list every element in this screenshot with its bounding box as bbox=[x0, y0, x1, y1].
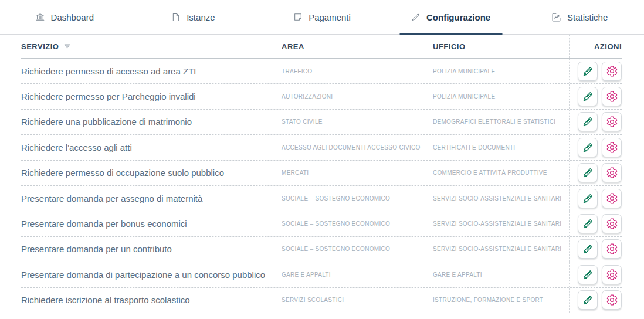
ufficio-value: GARE E APPALTI bbox=[433, 272, 569, 278]
row-actions bbox=[569, 211, 622, 236]
edit-button[interactable] bbox=[578, 87, 598, 106]
edit-button[interactable] bbox=[578, 112, 598, 131]
row-actions bbox=[569, 110, 622, 134]
table-header: SERVIZIO AREA UFFICIO AZIONI bbox=[21, 35, 622, 59]
area-value: MERCATI bbox=[282, 169, 433, 176]
bank-icon bbox=[35, 12, 45, 22]
pencil-icon bbox=[582, 116, 594, 128]
table-row: Richiedere permesso di accesso ad area Z… bbox=[21, 59, 622, 84]
table-row: Presentare domanda per bonus economici S… bbox=[21, 211, 622, 236]
header-servizio-label: SERVIZIO bbox=[21, 42, 59, 51]
edit-button[interactable] bbox=[578, 62, 598, 81]
header-ufficio: UFFICIO bbox=[433, 42, 569, 51]
service-name: Richiedere l'accesso agli atti bbox=[21, 142, 282, 152]
top-navigation: Dashboard Istanze Pagamenti Configurazio… bbox=[0, 0, 644, 35]
ufficio-value: DEMOGRAFICI ELETTORALI E STATISTICI bbox=[433, 118, 569, 125]
edit-button[interactable] bbox=[578, 265, 598, 284]
table-row: Richiedere permesso per Parcheggio inval… bbox=[21, 84, 622, 109]
tab-label: Pagamenti bbox=[309, 12, 351, 22]
pencil-icon bbox=[582, 218, 594, 230]
settings-button[interactable] bbox=[602, 290, 622, 310]
tab-label: Statistiche bbox=[567, 12, 608, 22]
pencil-icon bbox=[582, 65, 594, 77]
table-row: Presentare domanda per assegno di matern… bbox=[21, 186, 622, 211]
pencil-icon bbox=[582, 294, 594, 306]
gear-icon bbox=[606, 167, 618, 179]
active-tab-underline bbox=[399, 33, 502, 35]
tab-label: Istanze bbox=[187, 12, 215, 22]
service-name: Richiedere iscrizione al trasporto scola… bbox=[21, 295, 282, 305]
header-azioni: AZIONI bbox=[569, 35, 622, 58]
area-value: SOCIALE – SOSTEGNO ECONOMICO bbox=[282, 220, 433, 227]
tab-label: Dashboard bbox=[51, 12, 94, 22]
row-actions bbox=[569, 237, 622, 262]
chart-icon bbox=[551, 12, 561, 22]
settings-button[interactable] bbox=[602, 112, 622, 131]
table-row: Richiedere una pubblicazione di matrimon… bbox=[21, 110, 622, 135]
gear-icon bbox=[606, 243, 618, 255]
pencil-icon bbox=[582, 167, 594, 179]
row-actions bbox=[569, 59, 622, 83]
header-area: AREA bbox=[282, 42, 433, 51]
area-value: TRAFFICO bbox=[282, 68, 433, 74]
table-row: Richiedere l'accesso agli atti ACCESSO A… bbox=[21, 135, 622, 160]
service-name: Richiedere permesso di accesso ad area Z… bbox=[21, 66, 282, 76]
area-value: SERVIZI SCOLASTICI bbox=[282, 297, 433, 303]
tab-pagamenti[interactable]: Pagamenti bbox=[257, 0, 387, 34]
service-name: Presentare domanda per assegno di matern… bbox=[21, 194, 282, 203]
row-actions bbox=[569, 161, 622, 185]
services-table: SERVIZIO AREA UFFICIO AZIONI Richiedere … bbox=[0, 35, 644, 313]
settings-button[interactable] bbox=[602, 62, 622, 81]
table-row: Presentare domanda di partecipazione a u… bbox=[21, 262, 622, 287]
ufficio-value: SERVIZI SOCIO-ASSISTENZIALI E SANITARI bbox=[433, 195, 569, 202]
pen-icon bbox=[411, 12, 421, 22]
edit-button[interactable] bbox=[578, 214, 598, 233]
table-row: Richiedere iscrizione al trasporto scola… bbox=[21, 288, 622, 313]
service-name: Presentare domanda per un contributo bbox=[21, 244, 282, 254]
gear-icon bbox=[606, 218, 618, 230]
row-actions bbox=[569, 84, 622, 108]
edit-button[interactable] bbox=[578, 138, 598, 157]
ufficio-value: POLIZIA MUNICIPALE bbox=[433, 93, 569, 100]
settings-button[interactable] bbox=[602, 189, 622, 208]
edit-button[interactable] bbox=[578, 163, 598, 182]
service-name: Richiedere permesso per Parcheggio inval… bbox=[21, 91, 282, 101]
table-row: Richiedere permesso di occupazione suolo… bbox=[21, 161, 622, 186]
table-body: Richiedere permesso di accesso ad area Z… bbox=[21, 59, 622, 313]
edit-button[interactable] bbox=[578, 189, 598, 208]
ufficio-value: ISTRUZIONE, FORMAZIONE E SPORT bbox=[433, 297, 569, 303]
service-name: Richiedere una pubblicazione di matrimon… bbox=[21, 117, 282, 127]
settings-button[interactable] bbox=[602, 87, 622, 106]
gear-icon bbox=[606, 65, 618, 77]
area-value: AUTORIZZAZIONI bbox=[282, 93, 433, 100]
tab-statistiche[interactable]: Statistiche bbox=[515, 0, 644, 34]
settings-button[interactable] bbox=[602, 265, 622, 284]
area-value: ACCESSO AGLI DOCUMENTI ACCESSO CIVICO bbox=[282, 144, 433, 151]
settings-button[interactable] bbox=[602, 163, 622, 182]
edit-button[interactable] bbox=[578, 239, 598, 259]
row-actions bbox=[569, 288, 622, 313]
table-row: Presentare domanda per un contributo SOC… bbox=[21, 237, 622, 262]
tab-dashboard[interactable]: Dashboard bbox=[0, 0, 129, 34]
pencil-icon bbox=[582, 141, 594, 154]
settings-button[interactable] bbox=[602, 239, 622, 259]
service-name: Presentare domanda per bonus economici bbox=[21, 219, 282, 229]
ufficio-value: SERVIZI SOCIO-ASSISTENZIALI E SANITARI bbox=[433, 220, 569, 227]
payment-icon bbox=[293, 12, 303, 22]
row-actions bbox=[569, 186, 622, 211]
area-value: SOCIALE – SOSTEGNO ECONOMICO bbox=[282, 195, 433, 202]
header-servizio[interactable]: SERVIZIO bbox=[21, 42, 282, 51]
settings-button[interactable] bbox=[602, 138, 622, 157]
sort-desc-icon[interactable] bbox=[64, 44, 70, 49]
tab-label: Configurazione bbox=[426, 12, 490, 22]
pencil-icon bbox=[582, 90, 594, 103]
area-value: STATO CIVILE bbox=[282, 118, 433, 125]
edit-button[interactable] bbox=[578, 290, 598, 310]
service-name: Richiedere permesso di occupazione suolo… bbox=[21, 168, 282, 178]
area-value: GARE E APPALTI bbox=[282, 272, 433, 278]
settings-button[interactable] bbox=[602, 214, 622, 233]
pencil-icon bbox=[582, 243, 594, 255]
tab-configurazione[interactable]: Configurazione bbox=[387, 0, 516, 34]
tab-istanze[interactable]: Istanze bbox=[129, 0, 258, 34]
area-value: SOCIALE – SOSTEGNO ECONOMICO bbox=[282, 246, 433, 252]
